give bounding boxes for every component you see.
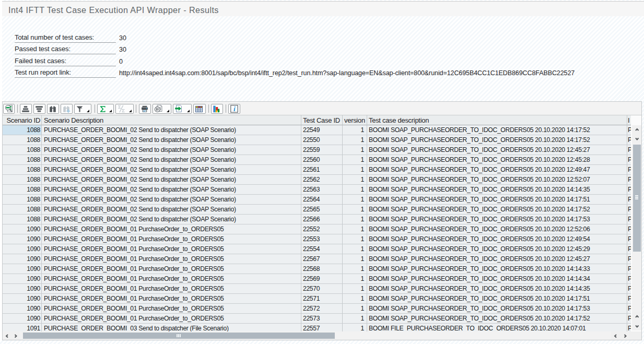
svg-text:i: i [233,105,236,113]
